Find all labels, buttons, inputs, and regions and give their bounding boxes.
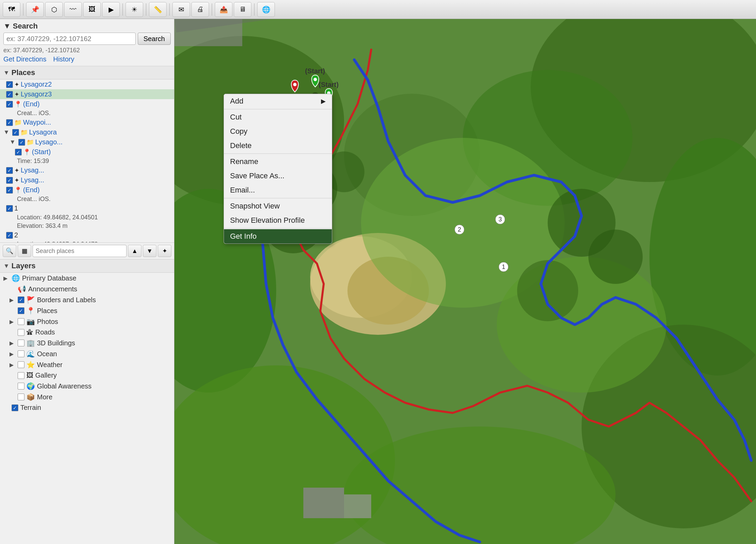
place-checkbox[interactable]: ✓: [6, 167, 13, 174]
ctx-snapshot-item[interactable]: Snapshot View: [224, 199, 332, 213]
list-item[interactable]: ✓ ✦ Lysagorz2: [0, 79, 174, 89]
end-placemark-icon: 📍: [14, 186, 22, 194]
places-header[interactable]: ▼ Places: [0, 66, 174, 79]
layer-checkbox[interactable]: [18, 383, 24, 389]
magnifier-btn[interactable]: 🔍: [3, 245, 16, 257]
ctx-get-info-item[interactable]: Get Info: [224, 229, 332, 243]
list-item[interactable]: 🖼 Gallery: [0, 370, 174, 381]
place-checkbox[interactable]: ✓: [6, 119, 13, 126]
list-item[interactable]: ✓ 2: [0, 230, 174, 240]
record-tour-btn[interactable]: ▶: [102, 2, 120, 17]
list-item[interactable]: 📦 More: [0, 392, 174, 402]
list-item[interactable]: ✓ ✦ Lysag...: [0, 175, 174, 185]
ctx-email-item[interactable]: Email...: [224, 183, 332, 197]
ctx-copy-item[interactable]: Copy: [224, 124, 332, 139]
add-placemark-btn[interactable]: 📌: [26, 2, 44, 17]
place-note: Creat... iOS.: [0, 195, 174, 203]
ctx-get-info-label: Get Info: [230, 232, 257, 241]
ctx-separator-4: [224, 228, 332, 229]
layer-checkbox[interactable]: ✓: [18, 307, 24, 314]
sun-btn[interactable]: ☀: [126, 2, 143, 17]
place-checkbox[interactable]: ✓: [6, 91, 13, 98]
list-view-btn[interactable]: ▦: [18, 245, 31, 257]
list-item[interactable]: ✓ ✦ Lysagorz3: [0, 89, 174, 99]
add-polygon-btn[interactable]: ⬡: [45, 2, 63, 17]
list-item[interactable]: ▶ 📷 Photos: [0, 316, 174, 327]
network-btn[interactable]: ✦: [158, 245, 171, 257]
ctx-email-label: Email...: [230, 186, 255, 195]
list-item[interactable]: ▶ ⭐ Weather: [0, 359, 174, 370]
screenshot-btn[interactable]: 🖥: [234, 2, 251, 17]
move-up-btn[interactable]: ▲: [128, 245, 141, 257]
placemark-icon: ✦: [14, 91, 19, 98]
ctx-elevation-profile-item[interactable]: Show Elevation Profile: [224, 213, 332, 228]
search-button[interactable]: Search: [138, 33, 171, 45]
ctx-snapshot-label: Snapshot View: [230, 202, 280, 211]
print-btn[interactable]: 🖨: [191, 2, 209, 17]
map-view-btn[interactable]: 🗺: [3, 2, 20, 17]
layer-checkbox[interactable]: [18, 329, 24, 336]
list-item[interactable]: ▶ 🏢 3D Buildings: [0, 338, 174, 348]
place-checkbox[interactable]: ✓: [15, 149, 22, 156]
ruler-btn[interactable]: 📏: [149, 2, 167, 17]
ctx-cut-item[interactable]: Cut: [224, 110, 332, 124]
list-item[interactable]: ✓ 📍 (Start): [0, 147, 174, 157]
layer-checkbox[interactable]: [18, 372, 24, 379]
ctx-delete-item[interactable]: Delete: [224, 139, 332, 153]
list-item[interactable]: ✓ 📁 Waypoi...: [0, 117, 174, 127]
layer-checkbox[interactable]: [18, 350, 24, 357]
move-down-btn[interactable]: ▼: [143, 245, 156, 257]
ctx-elevation-label: Show Elevation Profile: [230, 216, 305, 225]
email-btn[interactable]: ✉: [172, 2, 190, 17]
places-icon: 📍: [26, 307, 35, 315]
layer-checkbox[interactable]: [18, 340, 24, 346]
place-checkbox[interactable]: ✓: [6, 187, 13, 194]
list-item[interactable]: ✓ 📍 (End): [0, 185, 174, 195]
list-item[interactable]: ▶ 🌐 Primary Database: [0, 273, 174, 284]
layer-checkbox[interactable]: ✓: [12, 404, 18, 411]
list-item[interactable]: ▼ ✓ 📁 Lysagora: [0, 127, 174, 137]
svg-point-21: [588, 230, 643, 284]
list-item[interactable]: ▶ 🌊 Ocean: [0, 348, 174, 359]
ctx-rename-item[interactable]: Rename: [224, 155, 332, 169]
layer-name: Places: [37, 307, 171, 315]
ctx-save-place-item[interactable]: Save Place As...: [224, 169, 332, 183]
place-checkbox[interactable]: ✓: [6, 232, 13, 239]
get-directions-link[interactable]: Get Directions: [3, 55, 46, 63]
layer-checkbox[interactable]: [18, 361, 24, 368]
map-area[interactable]: (Start) (Start) 3 2: [174, 19, 756, 544]
list-item[interactable]: ✓ Terrain: [0, 402, 174, 413]
list-item[interactable]: ▼ ✓ 📁 Lysago...: [0, 137, 174, 147]
earth-btn[interactable]: 🌐: [257, 2, 275, 17]
ctx-add-item[interactable]: Add ▶: [224, 94, 332, 108]
layer-checkbox[interactable]: [18, 318, 24, 325]
list-item[interactable]: 📢 Announcements: [0, 284, 174, 294]
layers-expand-icon: ▼: [3, 262, 10, 270]
share-btn[interactable]: 📤: [215, 2, 232, 17]
layer-checkbox[interactable]: [18, 394, 24, 400]
place-checkbox[interactable]: ✓: [6, 101, 13, 108]
add-path-btn[interactable]: 〰: [64, 2, 82, 17]
list-item[interactable]: ✓ 📍 Places: [0, 305, 174, 316]
expand-icon: ▶: [10, 362, 16, 368]
places-title: Places: [12, 68, 35, 77]
list-item[interactable]: 🛣 Roads: [0, 327, 174, 338]
end-placemark-icon: 📍: [14, 101, 22, 108]
places-search-input[interactable]: [33, 245, 127, 257]
history-link[interactable]: History: [53, 55, 74, 63]
controls-row: 🔍 ▦ ▲ ▼ ✦: [0, 243, 174, 259]
list-item[interactable]: ▶ ✓ 🚩 Borders and Labels: [0, 294, 174, 305]
layer-checkbox[interactable]: ✓: [18, 296, 24, 303]
place-checkbox[interactable]: ✓: [6, 81, 13, 88]
layers-header[interactable]: ▼ Layers: [0, 259, 174, 273]
add-overlay-btn[interactable]: 🖼: [83, 2, 101, 17]
place-checkbox[interactable]: ✓: [6, 205, 13, 212]
search-input[interactable]: [3, 33, 136, 45]
list-item[interactable]: ✓ 1: [0, 203, 174, 213]
place-checkbox[interactable]: ✓: [12, 129, 19, 136]
place-checkbox[interactable]: ✓: [18, 139, 25, 146]
list-item[interactable]: ✓ 📍 (End): [0, 99, 174, 109]
list-item[interactable]: ✓ ✦ Lysag...: [0, 165, 174, 175]
list-item[interactable]: 🌍 Global Awareness: [0, 381, 174, 392]
place-checkbox[interactable]: ✓: [6, 177, 13, 184]
